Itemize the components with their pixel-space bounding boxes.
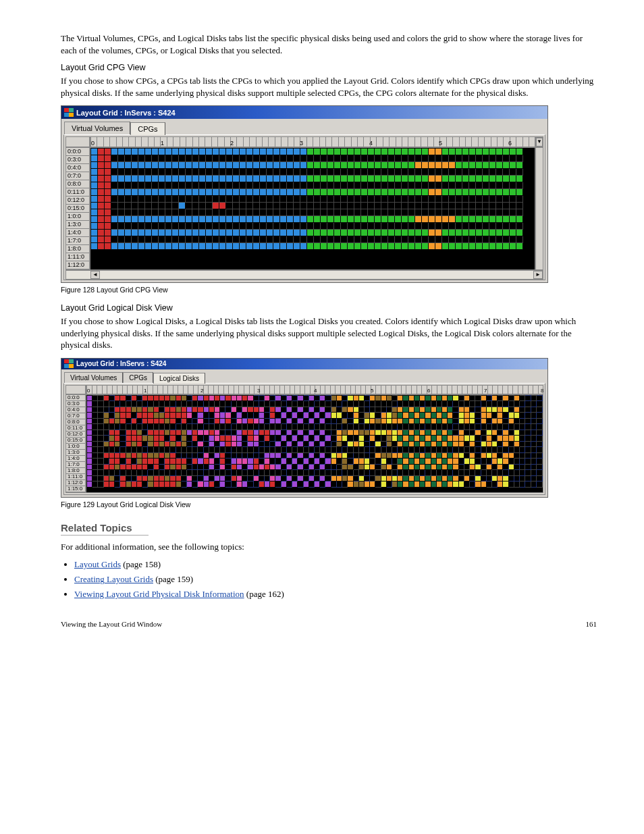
grid-cell[interactable] — [336, 452, 342, 459]
grid-cell[interactable] — [516, 169, 523, 176]
grid-cell[interactable] — [381, 459, 386, 465]
grid-cell[interactable] — [531, 407, 536, 413]
grid-cell[interactable] — [280, 209, 287, 216]
grid-cell[interactable] — [115, 424, 120, 430]
grid-cell[interactable] — [203, 464, 209, 470]
grid-cell[interactable] — [209, 464, 214, 470]
grid-cell[interactable] — [179, 209, 186, 216]
grid-cell[interactable] — [496, 155, 503, 162]
grid-cell[interactable] — [275, 464, 281, 470]
grid-cell[interactable] — [503, 436, 508, 442]
grid-cell[interactable] — [331, 441, 336, 447]
grid-cell[interactable] — [308, 464, 314, 470]
grid-cell[interactable] — [336, 424, 342, 430]
grid-cell[interactable] — [361, 216, 368, 223]
grid-cell[interactable] — [536, 441, 542, 447]
grid-cell[interactable] — [136, 452, 142, 459]
grid-cell[interactable] — [260, 155, 267, 162]
grid-cell[interactable] — [314, 196, 321, 203]
grid-cell[interactable] — [321, 176, 327, 182]
grid-cell[interactable] — [159, 149, 165, 155]
grid-cell[interactable] — [292, 475, 298, 481]
grid-cell[interactable] — [136, 464, 142, 470]
grid-cell[interactable] — [486, 481, 491, 488]
grid-cell[interactable] — [336, 429, 342, 436]
grid-cell[interactable] — [381, 236, 388, 243]
grid-cell[interactable] — [172, 243, 179, 250]
grid-cell[interactable] — [370, 481, 375, 488]
grid-cell[interactable] — [215, 418, 220, 424]
grid-cell[interactable] — [126, 464, 131, 470]
grid-cell[interactable] — [453, 413, 458, 419]
grid-cell[interactable] — [298, 418, 303, 424]
grid-cell[interactable] — [449, 189, 456, 196]
grid-cell[interactable] — [253, 182, 260, 189]
grid-cell[interactable] — [209, 429, 214, 436]
grid-cell[interactable] — [115, 401, 120, 407]
grid-cell[interactable] — [120, 395, 126, 401]
grid-cell[interactable] — [148, 429, 153, 436]
grid-cell[interactable] — [368, 189, 375, 196]
grid-cell[interactable] — [192, 441, 198, 447]
grid-cell[interactable] — [199, 196, 206, 203]
grid-cell[interactable] — [314, 441, 319, 447]
grid-cell[interactable] — [165, 470, 170, 476]
grid-cell[interactable] — [209, 418, 214, 424]
grid-cell[interactable] — [420, 401, 425, 407]
grid-cell[interactable] — [370, 459, 375, 465]
grid-cell[interactable] — [148, 452, 153, 459]
grid-cell[interactable] — [220, 470, 225, 476]
grid-cell[interactable] — [248, 475, 253, 481]
grid-cell[interactable] — [209, 459, 214, 465]
grid-cell[interactable] — [514, 401, 519, 407]
grid-cell[interactable] — [109, 447, 114, 453]
grid-cell[interactable] — [486, 464, 491, 470]
grid-cell[interactable] — [118, 243, 125, 250]
grid-cell[interactable] — [531, 413, 536, 419]
grid-cell[interactable] — [181, 418, 186, 424]
grid-cell[interactable] — [273, 176, 280, 182]
grid-cell[interactable] — [165, 436, 170, 442]
grid-cell[interactable] — [226, 196, 233, 203]
grid-cell[interactable] — [408, 401, 414, 407]
grid-cell[interactable] — [425, 395, 431, 401]
grid-cell[interactable] — [253, 203, 260, 209]
grid-cell[interactable] — [170, 401, 176, 407]
grid-cell[interactable] — [111, 216, 118, 223]
grid-cell[interactable] — [286, 395, 292, 401]
grid-cell[interactable] — [280, 149, 287, 155]
grid-cell[interactable] — [327, 203, 334, 209]
grid-cell[interactable] — [341, 243, 348, 250]
grid-cell[interactable] — [353, 447, 358, 453]
grid-cell[interactable] — [192, 196, 199, 203]
grid-cell[interactable] — [442, 447, 448, 453]
grid-cell[interactable] — [181, 447, 186, 453]
grid-cell[interactable] — [275, 441, 281, 447]
grid-cell[interactable] — [115, 407, 120, 413]
grid-cell[interactable] — [354, 162, 361, 169]
grid-cell[interactable] — [498, 447, 503, 453]
grid-cell[interactable] — [286, 464, 292, 470]
grid-cell[interactable] — [132, 149, 138, 155]
grid-cell[interactable] — [248, 470, 253, 476]
grid-cell[interactable] — [375, 182, 381, 189]
grid-cell[interactable] — [294, 230, 300, 236]
grid-cell[interactable] — [370, 413, 375, 419]
grid-cell[interactable] — [464, 481, 469, 488]
grid-cell[interactable] — [253, 413, 259, 419]
grid-cell[interactable] — [105, 169, 111, 176]
grid-cell[interactable] — [489, 182, 496, 189]
grid-cell[interactable] — [388, 203, 395, 209]
grid-cell[interactable] — [386, 452, 392, 459]
grid-cell[interactable] — [470, 407, 475, 413]
grid-cell[interactable] — [361, 169, 368, 176]
grid-cell[interactable] — [236, 464, 242, 470]
grid-cell[interactable] — [120, 401, 126, 407]
grid-cell[interactable] — [246, 189, 253, 196]
grid-cell[interactable] — [508, 407, 514, 413]
grid-cell[interactable] — [287, 209, 294, 216]
grid-cell[interactable] — [152, 182, 159, 189]
grid-cell[interactable] — [138, 216, 145, 223]
grid-cell[interactable] — [87, 452, 92, 459]
grid-cell[interactable] — [403, 401, 408, 407]
